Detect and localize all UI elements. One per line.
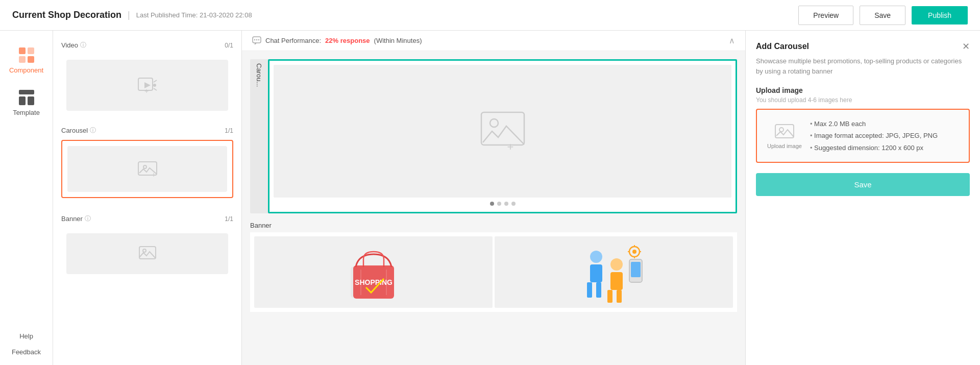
upload-rules: Max 2.0 MB each Image format accepted: J… bbox=[810, 118, 938, 154]
upload-sublabel: You should upload 4-6 images here bbox=[756, 96, 970, 104]
video-title: Video ⓘ bbox=[61, 41, 86, 50]
dot-4 bbox=[511, 202, 516, 206]
carousel-section: Carousel ⓘ 1/1 + bbox=[53, 121, 241, 209]
banner-preview-images: SHOPPING bbox=[250, 232, 737, 312]
svg-rect-46 bbox=[775, 125, 794, 138]
carousel-preview-box[interactable]: + bbox=[268, 59, 737, 213]
preview-content: Carou... + bbox=[242, 51, 745, 365]
dot-1 bbox=[490, 202, 494, 206]
svg-rect-39 bbox=[631, 262, 641, 277]
sidebar-bottom: Help Feedback bbox=[7, 328, 46, 365]
svg-rect-4 bbox=[19, 90, 34, 94]
right-panel-save-button[interactable]: Save bbox=[756, 173, 970, 196]
video-count: 0/1 bbox=[225, 42, 233, 49]
carousel-title: Carousel ⓘ bbox=[61, 126, 96, 135]
video-placeholder-icon: + bbox=[137, 75, 158, 95]
preview-button[interactable]: Preview bbox=[798, 6, 853, 25]
svg-rect-33 bbox=[596, 282, 601, 298]
video-section-header: Video ⓘ 0/1 bbox=[61, 41, 233, 50]
template-icon bbox=[17, 88, 36, 107]
svg-point-17 bbox=[143, 249, 146, 252]
banner-preview-wrapper: Banner SHOPPING bbox=[250, 220, 737, 312]
banner-img-shopping: SHOPPING bbox=[254, 236, 493, 308]
publish-button[interactable]: Publish bbox=[912, 6, 968, 25]
carousel-large-placeholder-icon: + bbox=[480, 111, 526, 152]
page-title: Current Shop Decoration bbox=[12, 10, 121, 20]
upload-rule-3: Suggested dimension: 1200 x 600 px bbox=[810, 142, 938, 154]
banner-count: 1/1 bbox=[225, 215, 233, 223]
template-label: Template bbox=[13, 109, 40, 116]
svg-rect-0 bbox=[19, 47, 26, 54]
banner-section-header: Banner ⓘ 1/1 bbox=[61, 214, 233, 223]
last-published-time: Last Published Time: 21-03-2020 22:08 bbox=[136, 11, 252, 19]
svg-rect-1 bbox=[28, 47, 34, 54]
main-layout: Component Template Help Feedback Video ⓘ… bbox=[0, 31, 980, 365]
save-button[interactable]: Save bbox=[860, 6, 905, 25]
header-left: Current Shop Decoration | Last Published… bbox=[12, 10, 252, 20]
svg-rect-36 bbox=[607, 290, 612, 303]
svg-rect-16 bbox=[139, 247, 156, 259]
svg-line-9 bbox=[154, 80, 157, 82]
svg-point-41 bbox=[632, 250, 636, 254]
carousel-placeholder-icon: + bbox=[137, 160, 158, 178]
carousel-dots bbox=[274, 202, 731, 208]
banner-preview-label: Banner bbox=[250, 220, 272, 232]
upload-box[interactable]: Upload image Max 2.0 MB each Image forma… bbox=[756, 109, 970, 163]
banner-img-office bbox=[495, 236, 733, 308]
help-button[interactable]: Help bbox=[7, 328, 46, 344]
banner-placeholder bbox=[66, 233, 228, 274]
video-info-icon: ⓘ bbox=[80, 41, 86, 50]
carousel-placeholder: + bbox=[67, 146, 227, 192]
preview-area: Chat Performance: 22% response (Within M… bbox=[242, 31, 745, 365]
svg-rect-32 bbox=[587, 282, 592, 298]
upload-rule-1: Max 2.0 MB each bbox=[810, 118, 938, 130]
svg-rect-3 bbox=[28, 56, 34, 63]
header-divider: | bbox=[128, 10, 130, 20]
svg-point-34 bbox=[610, 258, 623, 271]
carousel-section-header: Carousel ⓘ 1/1 bbox=[61, 126, 233, 135]
banner-card[interactable] bbox=[61, 228, 233, 279]
svg-text:+: + bbox=[151, 171, 155, 178]
svg-point-21 bbox=[258, 39, 259, 40]
upload-icon-area: Upload image bbox=[767, 123, 802, 149]
upload-image-icon bbox=[774, 123, 795, 141]
sidebar-item-template[interactable]: Template bbox=[0, 81, 53, 124]
right-panel-description: Showcase multiple best promotions, top-s… bbox=[756, 56, 970, 76]
svg-text:+: + bbox=[507, 140, 513, 152]
right-panel-header: Add Carousel ✕ bbox=[756, 41, 970, 52]
svg-rect-22 bbox=[481, 112, 524, 145]
chat-perf-label: Chat Performance: bbox=[265, 37, 321, 44]
sidebar-icons: Component Template Help Feedback bbox=[0, 31, 53, 365]
svg-point-14 bbox=[143, 165, 146, 168]
dot-2 bbox=[497, 202, 501, 206]
banner-section: Banner ⓘ 1/1 bbox=[53, 209, 241, 284]
svg-rect-2 bbox=[19, 56, 26, 63]
sidebar-item-component[interactable]: Component bbox=[0, 39, 53, 81]
upload-rule-2: Image format accepted: JPG, JPEG, PNG bbox=[810, 130, 938, 141]
header-actions: Preview Save Publish bbox=[798, 6, 968, 25]
close-button[interactable]: ✕ bbox=[962, 41, 970, 52]
svg-rect-31 bbox=[590, 264, 602, 282]
office-svg bbox=[581, 239, 647, 305]
carousel-info-icon: ⓘ bbox=[90, 126, 96, 135]
banner-placeholder-icon bbox=[138, 246, 157, 262]
video-section: Video ⓘ 0/1 + bbox=[53, 36, 241, 121]
svg-rect-37 bbox=[617, 290, 622, 303]
header: Current Shop Decoration | Last Published… bbox=[0, 0, 980, 31]
svg-point-11 bbox=[153, 84, 156, 87]
dot-3 bbox=[504, 202, 508, 206]
carousel-card[interactable]: + bbox=[61, 140, 233, 198]
chat-collapse-icon[interactable]: ∧ bbox=[729, 36, 735, 45]
chat-performance-bar: Chat Performance: 22% response (Within M… bbox=[242, 31, 745, 51]
carousel-count: 1/1 bbox=[225, 127, 233, 134]
carousel-preview-inner: + bbox=[274, 65, 731, 198]
chat-icon bbox=[252, 36, 261, 45]
feedback-button[interactable]: Feedback bbox=[7, 344, 46, 360]
shopping-svg: SHOPPING bbox=[343, 239, 404, 305]
video-card[interactable]: + bbox=[61, 55, 233, 116]
svg-rect-6 bbox=[28, 96, 34, 105]
right-panel: Add Carousel ✕ Showcase multiple best pr… bbox=[745, 31, 980, 365]
svg-point-47 bbox=[779, 128, 783, 132]
svg-point-20 bbox=[256, 39, 257, 40]
chat-response-value: 22% response bbox=[325, 37, 370, 44]
